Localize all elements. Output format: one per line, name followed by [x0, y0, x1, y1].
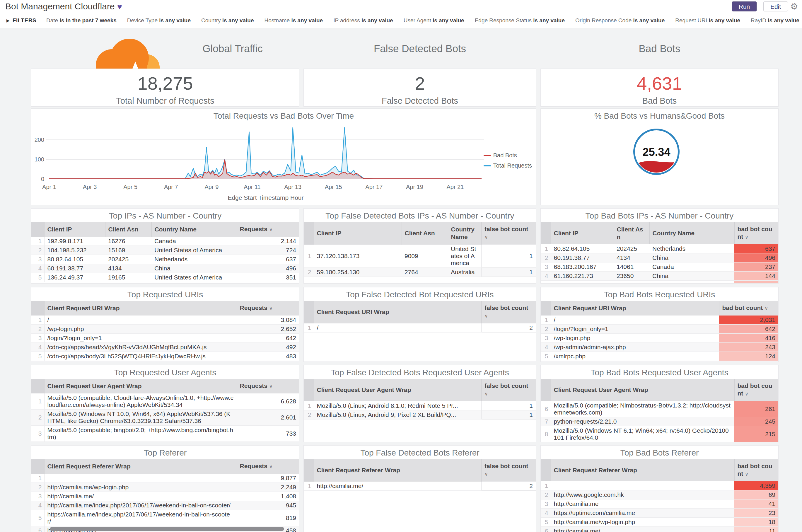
value-column-header[interactable]: Requests ∨ [237, 459, 299, 474]
table-row[interactable]: 3http://camilia.me/1,408 [31, 492, 299, 501]
table-row[interactable]: 2http://camilia.me/wp-login.php2,249 [31, 483, 299, 492]
table-row[interactable]: 1Mozilla/5.0 (compatible; CloudFlare-Alw… [31, 394, 299, 410]
table-row[interactable]: 2/wp-login.php2,652 [31, 325, 299, 334]
table-row[interactable]: 2Mozilla/5.0 (Windows NT 10.0; Win64; x6… [31, 410, 299, 426]
value-column-header[interactable]: Requests ∨ [237, 301, 299, 316]
run-button[interactable]: Run [732, 1, 757, 12]
value-column-header[interactable]: bad bot count ∨ [734, 459, 778, 481]
column-header[interactable]: Country Name [151, 222, 237, 237]
value-column-header[interactable]: false bot count ∨ [481, 222, 536, 245]
table-row[interactable]: 19,877 [31, 474, 299, 483]
table-row[interactable]: 1http://camilia.me/2 [304, 481, 536, 491]
table-row[interactable]: 8Mozilla/5.0 (Windows NT 6.1; Win64; x64… [541, 426, 778, 442]
value-column-header[interactable]: bad bot count ∨ [719, 301, 778, 316]
table-row[interactable]: 5http://camilia.me/wp-login.php18 [541, 518, 778, 527]
filter-item[interactable]: IP address is any value [333, 17, 393, 23]
table-row[interactable]: 5 [541, 281, 778, 284]
table-row[interactable]: 2104.198.5.23215169United States of Amer… [31, 246, 299, 255]
table-row[interactable]: 4681 [31, 442, 299, 443]
kpi-value: 2 [304, 73, 536, 94]
column-header[interactable]: Client Asn [105, 222, 151, 237]
legend-entry[interactable]: Total Requests [483, 162, 532, 169]
value-column-header[interactable]: bad bot count ∨ [734, 222, 778, 244]
table-row[interactable]: 5/xmlrpc.php124 [541, 352, 778, 361]
table-row[interactable]: 4/wp-admin/admin-ajax.php243 [541, 343, 778, 352]
column-header[interactable]: Client IP [314, 222, 402, 245]
value-cell: 237 [734, 263, 778, 271]
table-row[interactable]: 2/login/?login_only=1642 [541, 325, 778, 334]
filters-expand-icon[interactable]: ▶ [6, 18, 9, 23]
column-header[interactable]: Client Request URI Wrap [551, 301, 719, 316]
filter-item[interactable]: Origin Response Code is any value [575, 17, 665, 23]
value-column-header[interactable]: false bot count ∨ [481, 459, 536, 481]
table-row[interactable]: 1Mozilla/5.0 (Linux; Android 8.1.0; Redm… [304, 401, 536, 411]
filter-item[interactable]: Date is in the past 7 weeks [46, 17, 117, 23]
table-row[interactable]: 3/wp-login.php416 [541, 334, 778, 343]
table-row[interactable]: 7python-requests/2.21.0245 [541, 417, 778, 426]
table-row[interactable]: 460.191.38.774134China496 [31, 264, 299, 273]
column-header[interactable]: Client Request User Agent Wrap [551, 379, 734, 401]
table-header-row: Client Request URI Wrapbad bot count ∨ [541, 301, 778, 316]
column-header[interactable]: Country Name [448, 222, 481, 245]
table-row[interactable]: 3Mozilla/5.0 (compatible; bingbot/2.0; +… [31, 426, 299, 442]
filter-item[interactable]: RayID is any value [751, 17, 799, 23]
table-row[interactable]: 6Mozilla/5.0 (compatible; Nimbostratus-B… [541, 401, 778, 417]
table-row[interactable]: 2Mozilla/5.0 (Linux; Android 9; Pixel 2 … [304, 411, 536, 419]
legend-entry[interactable]: Bad Bots [483, 152, 532, 159]
filters-label[interactable]: FILTERS [13, 17, 36, 24]
table-header-row: Client Request User Agent Wrapbad bot co… [541, 379, 778, 401]
table-row[interactable]: 380.82.64.105202425Netherlands637 [31, 255, 299, 264]
timeseries-chart[interactable]: 0100200Apr 1Apr 3Apr 5Apr 7Apr 9Apr 11Ap… [31, 123, 536, 194]
column-header[interactable]: Client Request URI Wrap [314, 301, 481, 323]
column-header[interactable]: Country Name [649, 222, 734, 244]
table-row[interactable]: 1/3,084 [31, 316, 299, 325]
column-header[interactable]: Client Request User Agent Wrap [314, 379, 481, 401]
table-row[interactable]: 3http://camilia.me41 [541, 499, 778, 509]
filter-item[interactable]: Hostname is any value [265, 17, 323, 23]
table-row[interactable]: 6http://camilia.me/11 [541, 527, 778, 532]
column-header[interactable]: Client Request URI Wrap [44, 301, 237, 316]
edit-button[interactable]: Edit [763, 1, 788, 12]
table-row[interactable]: 260.191.38.774134China496 [541, 253, 778, 263]
table-row[interactable]: 4http://camilia.me/index.php/2017/06/17/… [31, 501, 299, 510]
table-row[interactable]: 5/cdn-cgi/apps/body/3Lh52SjWTQ4HRlErJykH… [31, 352, 299, 361]
value-column-header[interactable]: false bot count ∨ [481, 301, 536, 323]
filter-item[interactable]: User Agent is any value [404, 17, 464, 23]
value-column-header[interactable]: false bot count ∨ [481, 379, 536, 401]
horizontal-scrollbar[interactable] [50, 527, 284, 531]
column-header[interactable]: Client Request User Agent Wrap [44, 379, 237, 394]
table-row[interactable]: 5https://camilia.me/index.php/2017/06/17… [31, 510, 299, 526]
table-row[interactable]: 461.160.221.7323650China144 [541, 271, 778, 281]
table-row[interactable]: 3/login/?login_only=1642 [31, 334, 299, 343]
table-row[interactable]: 2http://www.google.com.hk69 [541, 490, 778, 499]
table-row[interactable]: 5136.24.49.3719165United States of Ameri… [31, 273, 299, 282]
table-row[interactable]: 1/2 [304, 323, 536, 332]
column-header[interactable]: Client Request Referer Wrap [44, 459, 237, 474]
column-header[interactable]: Client IP [44, 222, 105, 237]
filter-item[interactable]: Country is any value [201, 17, 254, 23]
table-row[interactable]: 4https://uptime.com/camilia.me23 [541, 509, 778, 518]
filter-item[interactable]: Device Type is any value [127, 17, 191, 23]
table-row[interactable]: 1192.99.8.17116276Canada2,144 [31, 237, 299, 246]
value-column-header[interactable]: bad bot count ∨ [734, 379, 778, 401]
table-row[interactable]: 4/cdn-cgi/apps/head/xVgyKhR-vV3dAUGhMqfB… [31, 343, 299, 352]
column-header[interactable]: Client IP [551, 222, 614, 244]
table-cell: Canada [649, 263, 734, 271]
table-row[interactable]: 368.183.200.16714061Canada237 [541, 263, 778, 271]
gear-icon[interactable]: ⚙ [790, 1, 798, 12]
column-header[interactable]: Client Request Referer Wrap [551, 459, 734, 481]
svg-text:Apr 15: Apr 15 [325, 184, 342, 190]
table-row[interactable]: 14,359 [541, 481, 778, 490]
column-header[interactable]: Client Request Referer Wrap [314, 459, 481, 481]
value-column-header[interactable]: Requests ∨ [237, 379, 299, 394]
column-header[interactable]: Client Asn [402, 222, 448, 245]
table-row[interactable]: 180.82.64.105202425Netherlands637 [541, 244, 778, 253]
filter-item[interactable]: Request URI is any value [675, 17, 740, 23]
filter-item[interactable]: Edge Response Status is any value [475, 17, 565, 23]
table-row[interactable]: 259.100.254.1302764Australia1 [304, 267, 536, 277]
table-row[interactable]: 137.120.138.1739009United States of Amer… [304, 245, 536, 268]
value-column-header[interactable]: Requests ∨ [237, 222, 299, 237]
row-number-header [304, 379, 314, 401]
table-row[interactable]: 1/2,031 [541, 316, 778, 325]
column-header[interactable]: Client Asn [614, 222, 649, 244]
